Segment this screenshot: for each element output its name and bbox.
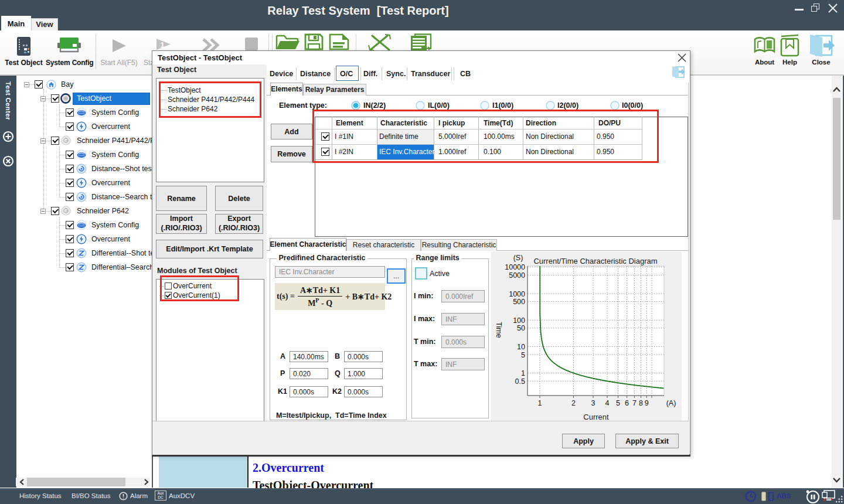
svg-text:1000: 1000	[509, 290, 525, 298]
svg-text:10000: 10000	[505, 263, 525, 271]
svg-text:5: 5	[521, 351, 525, 359]
svg-text:8: 8	[639, 399, 643, 407]
svg-text:(A): (A)	[666, 399, 676, 407]
svg-text:5: 5	[616, 399, 620, 407]
svg-text:50: 50	[517, 324, 525, 332]
svg-text:Time: Time	[495, 322, 503, 338]
svg-text:1: 1	[161, 40, 165, 49]
svg-text:4: 4	[605, 399, 610, 407]
svg-text:(S): (S)	[513, 254, 523, 262]
svg-text:1: 1	[521, 369, 525, 377]
svg-text:Current/Time Characteristic Di: Current/Time Characteristic Diagram	[533, 257, 657, 265]
svg-text:2: 2	[571, 399, 576, 407]
svg-text:10: 10	[517, 343, 525, 351]
svg-text:3: 3	[591, 399, 595, 407]
svg-text:5000: 5000	[509, 271, 525, 280]
svg-text:9: 9	[645, 399, 649, 407]
svg-text:7: 7	[632, 399, 637, 407]
svg-text:500: 500	[513, 298, 525, 306]
svg-text:0.5: 0.5	[515, 377, 525, 386]
svg-text:100: 100	[513, 316, 525, 325]
svg-text:1: 1	[538, 399, 542, 407]
svg-text:Current: Current	[583, 413, 609, 421]
svg-text:6: 6	[625, 399, 629, 407]
